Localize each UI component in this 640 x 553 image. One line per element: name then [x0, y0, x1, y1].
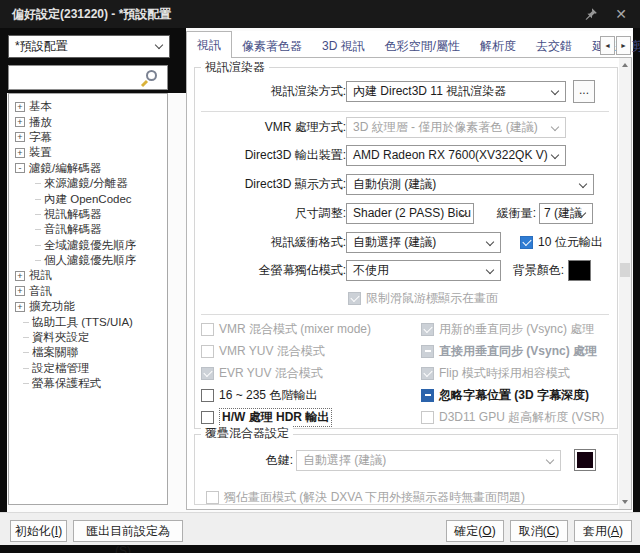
- initialize-button[interactable]: 初始化(I): [10, 520, 67, 542]
- scroll-up-icon[interactable]: [619, 58, 631, 73]
- tree-item-label: 協助工具 (TTS/UIA): [32, 315, 133, 330]
- tree-item[interactable]: 個人濾鏡優先順序: [9, 253, 167, 268]
- option-label: 獨佔畫面模式 (解決 DXVA 下用外接顯示器時無畫面問題): [224, 489, 525, 506]
- panel-scrollbar[interactable]: [619, 58, 631, 509]
- tree-item[interactable]: +擴充功能: [9, 299, 167, 314]
- tree-item[interactable]: +視訊: [9, 268, 167, 283]
- checkbox-checked-disabled-icon: [421, 323, 434, 336]
- d3d-device-label: Direct3D 輸出裝置:: [195, 145, 346, 166]
- d3d-device-dropdown[interactable]: AMD Radeon RX 7600(XV322QK V): [346, 145, 566, 166]
- tree-item[interactable]: 來源濾鏡/分離器: [9, 176, 167, 191]
- tree-item[interactable]: 資料夾設定: [9, 330, 167, 345]
- expand-icon[interactable]: +: [15, 132, 25, 142]
- tree-item[interactable]: 協助工具 (TTS/UIA): [9, 314, 167, 329]
- tab-scroll-left-icon[interactable]: ◄: [600, 36, 615, 55]
- tab-deinterlace[interactable]: 去交錯: [526, 35, 582, 57]
- checkbox-unchecked-icon[interactable]: [201, 411, 214, 424]
- expand-icon[interactable]: +: [15, 117, 25, 127]
- tab-scroll-right-icon[interactable]: ►: [616, 36, 631, 55]
- tree-search-box[interactable]: [8, 65, 168, 90]
- tree-item[interactable]: +字幕: [9, 130, 167, 145]
- export-settings-button[interactable]: 匯出目前設定為(S)...: [73, 520, 183, 542]
- expand-icon[interactable]: +: [15, 302, 25, 312]
- option-label: 限制滑鼠游標顯示在畫面: [366, 290, 498, 307]
- render-method-more-button[interactable]: ...: [573, 80, 595, 103]
- scroll-down-icon[interactable]: [619, 494, 631, 509]
- tree-item[interactable]: 檔案關聯: [9, 345, 167, 360]
- tree-item[interactable]: 內建 OpenCodec: [9, 191, 167, 206]
- expand-icon[interactable]: +: [15, 102, 25, 112]
- preset-config-dropdown[interactable]: *預設配置: [8, 35, 170, 58]
- cancel-button[interactable]: 取消(C): [510, 520, 568, 542]
- tab-colorspace[interactable]: 色彩空間/屬性: [375, 35, 470, 57]
- option-ignore-subtitle-position[interactable]: 忽略字幕位置 (3D 字幕深度): [421, 387, 589, 403]
- tree-item[interactable]: +裝置: [9, 145, 167, 160]
- option-label: 直接用垂直同步 (Vsync) 處理: [439, 343, 597, 360]
- color-key-swatch[interactable]: [574, 449, 596, 471]
- option-16-235-output[interactable]: 16 ~ 235 色階輸出: [201, 387, 317, 403]
- tree-item[interactable]: 視訊解碼器: [9, 207, 167, 222]
- tree-item-label: 設定檔管理: [32, 361, 90, 376]
- tree-item-label: 字幕: [29, 130, 52, 145]
- option-hw-hdr-output[interactable]: H/W 處理 HDR 輸出: [201, 409, 332, 425]
- option-label: 用新的垂直同步 (Vsync) 處理: [439, 321, 594, 338]
- render-method-dropdown[interactable]: 內建 Direct3D 11 視訊渲染器: [346, 81, 566, 102]
- tree-item[interactable]: +音訊: [9, 284, 167, 299]
- tree-item[interactable]: 設定檔管理: [9, 361, 167, 376]
- color-key-value: 自動選擇 (建議): [303, 453, 386, 467]
- buffer-count-value: 7 (建議: [544, 206, 582, 220]
- checkbox-unchecked-icon[interactable]: [201, 389, 214, 402]
- collapse-icon[interactable]: -: [15, 163, 25, 173]
- checkbox-checked-icon[interactable]: [520, 236, 533, 249]
- option-label: H/W 處理 HDR 輸出: [219, 408, 332, 427]
- preset-config-value: *預設配置: [15, 39, 68, 53]
- checkbox-indeterminate-icon[interactable]: [421, 389, 434, 402]
- expand-icon[interactable]: +: [15, 148, 25, 158]
- tree-item[interactable]: +播放: [9, 114, 167, 129]
- tab-resolution[interactable]: 解析度: [470, 35, 526, 57]
- buffer-format-dropdown[interactable]: 自動選擇 (建議): [346, 232, 501, 253]
- resize-label: 尺寸調整:: [195, 203, 346, 224]
- ok-button[interactable]: 確定(O): [446, 520, 504, 542]
- tree-item[interactable]: -濾鏡/編解碼器: [9, 161, 167, 176]
- settings-tree: +基本 +播放 +字幕 +裝置 -濾鏡/編解碼器 來源濾鏡/分離器 內建 Ope…: [8, 93, 168, 505]
- tab-pixel-shader[interactable]: 像素著色器: [232, 35, 312, 57]
- checkbox-checked-disabled-icon: [201, 367, 214, 380]
- close-icon[interactable]: ✕: [615, 0, 627, 28]
- pin-icon[interactable]: [583, 7, 598, 22]
- checkbox-unchecked-disabled-icon: [201, 323, 214, 336]
- tree-item-label: 播放: [29, 115, 52, 130]
- d3d-present-dropdown[interactable]: 自動偵測 (建議): [346, 174, 594, 195]
- buffer-count-dropdown[interactable]: 7 (建議: [539, 203, 593, 224]
- tree-item-label: 螢幕保護程式: [32, 376, 101, 391]
- tree-item-label: 視訊解碼器: [44, 207, 102, 222]
- titlebar: 偏好設定(231220) - *預設配置 ✕: [0, 0, 640, 28]
- option-d3d11-vsr: D3D11 GPU 超高解析度 (VSR): [421, 409, 604, 425]
- search-icon: [146, 70, 157, 81]
- group-title-video-renderer: 視訊渲染器: [201, 60, 269, 74]
- expand-icon[interactable]: +: [15, 271, 25, 281]
- render-method-label: 視訊渲染方式:: [195, 81, 346, 102]
- tree-item[interactable]: 音訊解碼器: [9, 222, 167, 237]
- expand-icon[interactable]: +: [15, 286, 25, 296]
- apply-button[interactable]: 套用(A): [574, 520, 632, 542]
- tree-item[interactable]: 螢幕保護程式: [9, 376, 167, 391]
- option-vmr-mixer-mode: VMR 混合模式 (mixer mode): [201, 321, 371, 337]
- tree-item[interactable]: 全域濾鏡優先順序: [9, 238, 167, 253]
- vmr-mode-value: 3D 紋理層 - 僅用於像素著色 (建議): [353, 120, 538, 134]
- option-label: VMR 混合模式 (mixer mode): [219, 321, 371, 338]
- tree-item-label: 濾鏡/編解碼器: [29, 161, 101, 176]
- tree-item-label: 音訊解碼器: [44, 222, 102, 237]
- tree-item-label: 裝置: [29, 145, 52, 160]
- bg-color-swatch[interactable]: [568, 260, 591, 281]
- tree-item[interactable]: +基本: [9, 99, 167, 114]
- tab-3d-video[interactable]: 3D 視訊: [312, 35, 375, 57]
- option-new-vsync: 用新的垂直同步 (Vsync) 處理: [421, 321, 594, 337]
- scrollbar-thumb[interactable]: [620, 263, 630, 277]
- resize-dropdown[interactable]: Shader (2 PASS) Bicu: [346, 203, 474, 224]
- option-10bit-output[interactable]: 10 位元輸出: [520, 234, 603, 250]
- search-input[interactable]: [13, 68, 143, 87]
- button-label: 初始化(: [15, 524, 55, 538]
- buffer-count-label: 緩衝量:: [477, 203, 536, 224]
- tab-video[interactable]: 視訊: [186, 31, 232, 58]
